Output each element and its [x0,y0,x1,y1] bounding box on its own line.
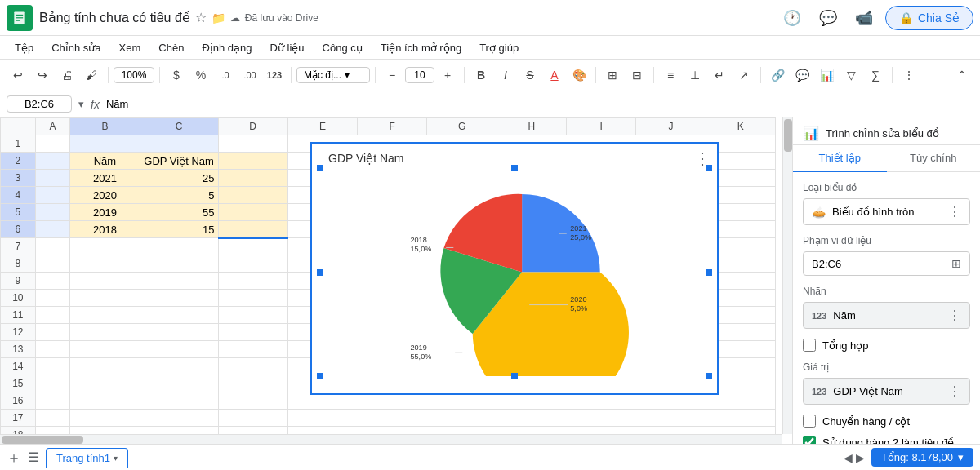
font-size-box[interactable]: 10 [405,67,434,83]
star-icon[interactable]: ☆ [195,10,207,25]
cell-b3[interactable]: 2021 [70,170,140,187]
cell-c2[interactable]: GDP Việt Nam [140,153,218,170]
cell-b4[interactable]: 2020 [70,187,140,204]
resize-handle-bc[interactable] [511,373,518,379]
formula-input[interactable]: Năm [106,98,973,110]
menu-tools[interactable]: Công cụ [314,38,371,57]
data-range-edit-icon[interactable]: ⊞ [951,257,961,270]
zoom-box[interactable]: 100% [114,67,154,83]
decimal-inc-btn[interactable]: .00 [238,64,261,86]
percent-btn[interactable]: % [189,64,212,86]
cell-d2[interactable] [218,153,287,170]
cell-a3[interactable] [35,170,70,187]
data-range-field[interactable]: B2:C6 ⊞ [803,251,970,276]
chart-btn[interactable]: 📊 [815,64,838,86]
menu-help[interactable]: Trợ giúp [471,38,527,57]
menu-extensions[interactable]: Tiện ích mở rộng [372,38,470,57]
chart-container[interactable]: GDP Việt Nam ⋮ [310,142,719,395]
col-f[interactable]: F [358,118,427,135]
resize-handle-br[interactable] [706,373,712,379]
cell-c5[interactable]: 55 [140,204,218,221]
cell-d6[interactable] [218,221,287,238]
text-color-btn[interactable]: A [543,64,566,86]
cell-c4[interactable]: 5 [140,187,218,204]
fill-color-btn[interactable]: 🎨 [568,64,590,86]
halign-btn[interactable]: ≡ [659,64,682,86]
cell-d5[interactable] [218,204,287,221]
tab-setup[interactable]: Thiết lập [793,145,887,172]
decimal-dec-btn[interactable]: .0 [214,64,237,86]
menu-view[interactable]: Xem [111,38,149,57]
paint-format-btn[interactable]: 🖌 [80,64,103,86]
cell-a6[interactable] [35,221,70,238]
cell-b1[interactable] [70,135,140,153]
cell-a7[interactable] [35,238,70,255]
font-size-minus[interactable]: − [381,64,403,86]
bold-btn[interactable]: B [470,64,492,86]
cell-d4[interactable] [218,187,287,204]
collapse-btn[interactable]: ⌃ [951,64,973,86]
col-d[interactable]: D [218,118,287,135]
resize-handle-tr[interactable] [706,165,712,171]
cell-d3[interactable] [218,170,287,187]
history-btn[interactable]: 🕐 [777,3,807,33]
prev-page-icon[interactable]: ◀ [844,451,853,464]
cell-a1[interactable] [35,135,70,153]
cell-c6[interactable]: 15 [140,221,218,238]
strikethrough-btn[interactable]: S [519,64,541,86]
add-sheet-btn[interactable]: ＋ [7,448,21,468]
link-btn[interactable]: 🔗 [766,64,789,86]
sheet-dropdown-icon[interactable]: ▾ [114,454,118,463]
h-scroll-thumb[interactable] [2,436,83,444]
cell-d1[interactable] [218,135,287,153]
merge-btn[interactable]: ⊟ [626,64,648,86]
rotation-btn[interactable]: ↗ [733,64,755,86]
col-c[interactable]: C [140,118,218,135]
cell-c3[interactable]: 25 [140,170,218,187]
menu-file[interactable]: Tệp [7,38,42,57]
more-btn[interactable]: ⋮ [898,64,920,86]
chuyen-checkbox[interactable] [803,415,816,428]
redo-btn[interactable]: ↪ [31,64,54,86]
comment-btn[interactable]: 💬 [791,64,813,86]
cell-b5[interactable]: 2019 [70,204,140,221]
valign-btn[interactable]: ⊥ [684,64,706,86]
currency-btn[interactable]: $ [165,64,188,86]
filter-btn[interactable]: ▽ [840,64,862,86]
col-g[interactable]: G [427,118,497,135]
cell-b6[interactable]: 2018 [70,221,140,238]
next-page-icon[interactable]: ▶ [856,451,865,464]
resize-handle-ml[interactable] [317,269,323,276]
expand-formula-icon[interactable]: ▾ [78,98,84,110]
font-size-plus[interactable]: + [436,64,459,86]
resize-handle-tl[interactable] [317,165,323,171]
hang2-checkbox[interactable] [803,436,816,444]
number-format-btn[interactable]: 123 [263,64,286,86]
cell-a2[interactable] [35,153,70,170]
resize-handle-tc[interactable] [511,165,518,171]
col-k[interactable]: K [706,118,775,135]
menu-data[interactable]: Dữ liệu [262,38,313,57]
col-h[interactable]: H [497,118,566,135]
col-b[interactable]: B [70,118,140,135]
sheet-list-btn[interactable]: ☰ [28,450,39,465]
vertical-scrollbar[interactable] [782,118,792,434]
comments-btn[interactable]: 💬 [813,3,843,33]
horizontal-scrollbar[interactable] [0,434,782,444]
wrap-btn[interactable]: ↵ [708,64,731,86]
share-button[interactable]: 🔒 Chia Sẻ [885,6,973,30]
tonghop-checkbox[interactable] [803,339,816,352]
cell-a4[interactable] [35,187,70,204]
borders-btn[interactable]: ⊞ [601,64,624,86]
spreadsheet-title[interactable]: Bảng tính chưa có tiêu đề [39,10,190,25]
menu-insert[interactable]: Chèn [150,38,192,57]
resize-handle-bl[interactable] [317,373,323,379]
col-i[interactable]: I [567,118,636,135]
total-box[interactable]: Tổng: 8.178,00 ▾ [871,448,973,467]
cell-c1[interactable] [140,135,218,153]
folder-icon[interactable]: 📁 [212,11,225,24]
resize-handle-mr[interactable] [706,269,712,276]
col-a[interactable]: A [35,118,70,135]
tab-custom[interactable]: Tùy chỉnh [887,145,981,171]
col-e[interactable]: E [287,118,357,135]
